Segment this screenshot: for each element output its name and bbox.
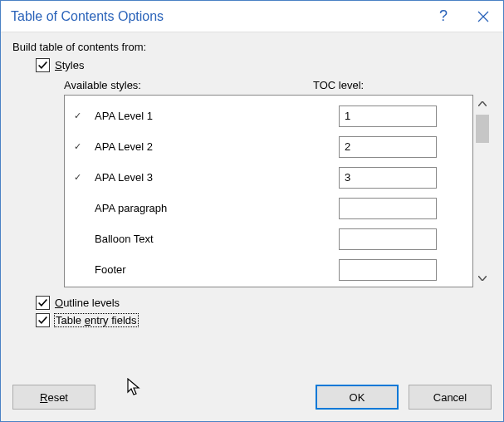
dialog-buttons: Reset OK Cancel — [1, 378, 503, 421]
style-name: Balloon Text — [90, 233, 339, 245]
chevron-down-icon — [478, 276, 487, 281]
table-entry-fields-checkbox[interactable] — [36, 313, 50, 327]
toc-level-input[interactable] — [339, 259, 437, 281]
toc-level-input[interactable] — [339, 228, 437, 250]
style-list-wrap: ✓ APA Level 1 ✓ APA Level 2 ✓ APA Level … — [64, 95, 492, 287]
style-list-panel: ✓ APA Level 1 ✓ APA Level 2 ✓ APA Level … — [64, 95, 473, 287]
help-icon: ? — [439, 7, 448, 25]
style-name: APA Level 1 — [90, 110, 339, 122]
style-used-mark: ✓ — [65, 172, 90, 183]
dialog-content: Build table of contents from: Styles Ava… — [1, 32, 503, 378]
style-used-mark: ✓ — [65, 141, 90, 152]
scroll-down-button[interactable] — [475, 271, 490, 286]
bottom-options: Outline levels Table entry fields — [36, 296, 492, 327]
scrollbar[interactable] — [473, 95, 492, 287]
style-row: ✓ APA Level 2 — [65, 131, 464, 162]
close-icon — [477, 11, 489, 22]
style-row: Footer — [65, 254, 464, 285]
build-from-label: Build table of contents from: — [12, 41, 492, 53]
style-name: APA paragraph — [90, 202, 339, 214]
toc-level-input[interactable] — [339, 198, 437, 219]
scroll-thumb[interactable] — [476, 115, 489, 143]
styles-checkbox[interactable] — [36, 58, 50, 72]
toc-level-input[interactable] — [339, 167, 437, 189]
styles-checkbox-row: Styles — [36, 58, 492, 72]
style-row: Balloon Text — [65, 223, 464, 254]
toc-level-input[interactable] — [339, 136, 437, 158]
help-button[interactable]: ? — [423, 1, 463, 32]
toc-level-header: TOC level: — [313, 79, 492, 91]
ok-button[interactable]: OK — [316, 385, 399, 410]
styles-label: Styles — [55, 59, 84, 71]
outline-levels-checkbox[interactable] — [36, 296, 50, 310]
style-row: APA paragraph — [65, 193, 464, 223]
scroll-up-button[interactable] — [475, 96, 490, 111]
style-name: APA Level 3 — [90, 171, 339, 184]
table-entry-fields-row: Table entry fields — [36, 313, 492, 327]
toc-options-dialog: Table of Contents Options ? Build table … — [0, 0, 504, 422]
close-button[interactable] — [463, 1, 503, 32]
dialog-title: Table of Contents Options — [11, 9, 423, 24]
available-styles-header: Available styles: — [64, 79, 313, 91]
checkmark-icon — [37, 315, 48, 326]
toc-level-input[interactable] — [339, 106, 437, 127]
style-name: Footer — [90, 263, 339, 276]
titlebar: Table of Contents Options ? — [1, 1, 503, 32]
outline-levels-row: Outline levels — [36, 296, 492, 310]
checkmark-icon — [37, 297, 48, 308]
style-name: APA Level 2 — [90, 140, 339, 153]
table-entry-fields-label: Table entry fields — [55, 314, 138, 326]
cancel-button[interactable]: Cancel — [409, 385, 492, 410]
style-list-headers: Available styles: TOC level: — [64, 79, 492, 91]
checkmark-icon — [37, 60, 48, 71]
reset-button[interactable]: Reset — [12, 385, 95, 410]
outline-levels-label: Outline levels — [55, 297, 120, 309]
chevron-up-icon — [478, 101, 487, 106]
style-used-mark: ✓ — [65, 110, 90, 121]
style-row: ✓ APA Level 1 — [65, 101, 464, 131]
style-row: ✓ APA Level 3 — [65, 162, 464, 193]
